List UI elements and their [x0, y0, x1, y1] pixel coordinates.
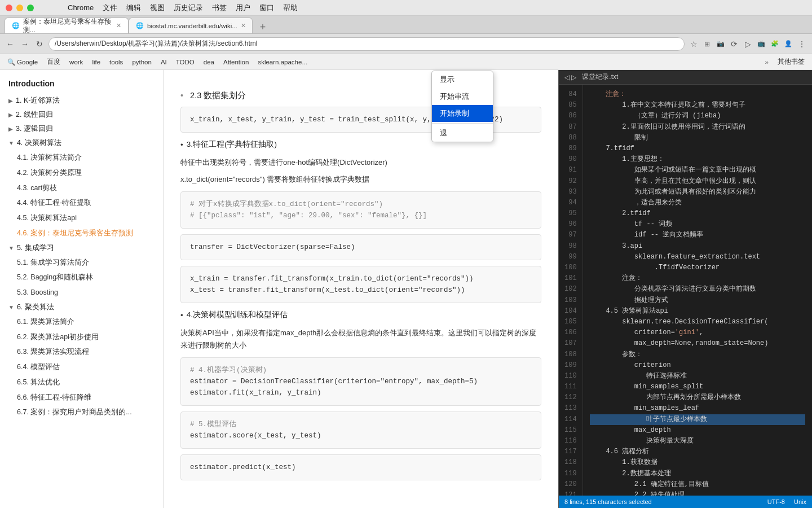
sidebar-section-4[interactable]: ▼ 4. 决策树算法	[0, 136, 163, 150]
bookmark-life[interactable]: life	[89, 58, 103, 67]
sidebar-section-5-label: 5. 集成学习	[17, 243, 54, 253]
editor-line-101: .TfidfVectorizer	[590, 262, 805, 273]
sidebar-section-5[interactable]: ▼ 5. 集成学习	[0, 241, 163, 255]
context-display[interactable]: 显示	[432, 71, 493, 88]
editor-line-104: 据处理方式	[590, 295, 805, 306]
bookmark-star-icon[interactable]: ☆	[688, 38, 699, 50]
context-menu: 显示 开始串流 开始录制 退	[431, 71, 493, 142]
editor-line-108: max_depth=None,random_state=None)	[590, 338, 805, 349]
sidebar-item-4-3[interactable]: 4.3. cart剪枝	[0, 181, 163, 196]
panel-arrows[interactable]: ◁ ▷	[564, 73, 576, 81]
maximize-button[interactable]	[27, 5, 34, 11]
editor-line-109: 参数：	[590, 349, 805, 360]
context-start-record[interactable]: 开始录制	[432, 105, 493, 122]
main-layout: Introduction ▶ 1. K-近邻算法 ▶ 2. 线性回归 ▶ 3. …	[0, 70, 812, 508]
screenshot-icon[interactable]: 📷	[715, 38, 726, 50]
minimize-button[interactable]	[16, 5, 23, 11]
sidebar-item-4-4[interactable]: 4.4. 特征工程-特征提取	[0, 195, 163, 211]
code-block-xtrain: x_train = transfer.fit_transform(x_train…	[180, 266, 541, 303]
bookmark-others[interactable]: 其他书签	[775, 56, 807, 67]
bookmark-more[interactable]: »	[762, 58, 771, 67]
para-3b: x.to_dict(orient="records") 需要将数组特征转换成字典…	[180, 173, 541, 186]
menu-help[interactable]: 帮助	[283, 3, 298, 13]
sidebar-item-4-2[interactable]: 4.2. 决策树分类原理	[0, 165, 163, 181]
sidebar-item-4-6[interactable]: 4.6. 案例：泰坦尼克号乘客生存预测	[0, 226, 163, 241]
bookmark-dea[interactable]: dea	[201, 58, 217, 67]
sidebar-item-4-1[interactable]: 4.1. 决策树算法简介	[0, 150, 163, 165]
tab-1[interactable]: 🌐 biostat.mc.vanderbilt.edu/wiki... ✕	[129, 17, 253, 33]
editor-line-106: sklearn.tree.DecisionTreeClassifier(	[590, 317, 805, 327]
sidebar-item-6-2[interactable]: 6.2. 聚类算法api初步使用	[0, 330, 163, 345]
address-text: /Users/sherwin/Desktop/机器学习(算法篇)/决策树算法/s…	[55, 39, 257, 49]
menu-history[interactable]: 历史记录	[174, 3, 203, 13]
tab-0[interactable]: 🌐 案例：泰坦尼克号乘客生存预测... ✕	[5, 17, 129, 33]
window-controls[interactable]	[6, 5, 34, 11]
editor-content[interactable]: 注意： 1.在中文文本特征提取之前，需要对句子 （文章）进行分词 (jieba)…	[583, 85, 812, 496]
editor-line-91: 1.主要思想：	[590, 154, 805, 165]
sidebar-item-6-3[interactable]: 6.3. 聚类算法实现流程	[0, 344, 163, 360]
sidebar-item-5-3[interactable]: 5.3. Boosting	[0, 285, 163, 300]
chevron-section-4: ▼	[8, 140, 14, 146]
bookmark-tools[interactable]: tools	[107, 58, 126, 67]
cast-icon[interactable]: 📺	[756, 38, 767, 50]
menu-chrome[interactable]: Chrome	[68, 3, 94, 12]
sidebar-section-2[interactable]: ▶ 2. 线性回归	[0, 108, 163, 122]
sidebar-item-6-1[interactable]: 6.1. 聚类算法简介	[0, 314, 163, 330]
bookmark-baidu[interactable]: 百度	[44, 56, 63, 67]
next-icon[interactable]: ▷	[742, 38, 753, 50]
new-tab-button[interactable]: +	[255, 21, 271, 33]
sidebar-item-6-4[interactable]: 6.4. 模型评估	[0, 360, 163, 375]
code-block-ml: # 4.机器学习(决策树) estimator = DecisionTreeCl…	[180, 357, 541, 406]
chevron-section-5: ▼	[8, 245, 14, 251]
right-panel-footer: 8 lines, 115 characters selected UTF-8 U…	[559, 496, 812, 508]
menu-icon[interactable]: ⋮	[796, 38, 807, 50]
bookmark-google[interactable]: 🔍 Google	[5, 57, 41, 67]
sidebar-item-5-1[interactable]: 5.1. 集成学习算法简介	[0, 255, 163, 270]
sidebar-item-4-5[interactable]: 4.5. 决策树算法api	[0, 211, 163, 226]
tab-1-close[interactable]: ✕	[241, 22, 246, 29]
menu-bookmarks[interactable]: 书签	[212, 3, 227, 13]
menu-view[interactable]: 视图	[150, 3, 165, 13]
bookmark-ai[interactable]: AI	[158, 58, 170, 67]
google-icon: 🔍	[7, 58, 15, 66]
sidebar-section-1[interactable]: ▶ 1. K-近邻算法	[0, 94, 163, 108]
menu-window[interactable]: 窗口	[259, 3, 274, 13]
sidebar-section-3-label: 3. 逻辑回归	[16, 124, 53, 134]
sidebar-section-3[interactable]: ▶ 3. 逻辑回归	[0, 122, 163, 136]
context-start-stream[interactable]: 开始串流	[432, 88, 493, 105]
content-area: • 2.3 数据集划分 x_train, x_test, y_train, y_…	[164, 70, 558, 508]
editor-line-94: 为此词或者短语具有很好的类别区分能力	[590, 187, 805, 198]
bookmark-sklearn[interactable]: sklearn.apache...	[255, 58, 310, 67]
menu-edit[interactable]: 编辑	[126, 3, 141, 13]
tab-1-label: biostat.mc.vanderbilt.edu/wiki...	[147, 23, 237, 29]
back-button[interactable]: ←	[5, 38, 16, 50]
footer-encoding: UTF-8	[767, 498, 785, 505]
bookmark-attention[interactable]: Attention	[220, 58, 251, 67]
editor-line-102: 注意：	[590, 273, 805, 284]
editor-line-118: 4.6 流程分析	[590, 446, 805, 457]
forward-button[interactable]: →	[19, 38, 30, 50]
menu-user[interactable]: 用户	[236, 3, 250, 13]
address-bar[interactable]: /Users/sherwin/Desktop/机器学习(算法篇)/决策树算法/s…	[48, 37, 685, 51]
translate-icon[interactable]: ⊞	[701, 38, 713, 50]
refresh-icon[interactable]: ⟳	[729, 38, 740, 50]
sidebar-section-6[interactable]: ▼ 6. 聚类算法	[0, 300, 163, 314]
para-4: 决策树API当中，如果没有指定max_depth那么会根据信息熵的条件直到最终结…	[180, 327, 541, 352]
close-button[interactable]	[6, 5, 12, 11]
sidebar-item-5-2[interactable]: 5.2. Bagging和随机森林	[0, 270, 163, 285]
footer-lines: 8 lines, 115 characters selected	[564, 498, 652, 505]
extensions-icon[interactable]: 🧩	[769, 38, 780, 50]
reload-button[interactable]: ↻	[34, 38, 45, 50]
tab-0-close[interactable]: ✕	[116, 22, 121, 29]
menu-file[interactable]: 文件	[103, 3, 117, 13]
sidebar-item-6-6[interactable]: 6.6. 特征工程-特征降维	[0, 390, 163, 405]
bookmark-todo[interactable]: TODO	[173, 58, 197, 67]
context-exit[interactable]: 退	[432, 125, 493, 142]
editor-line-116: max_depth	[590, 425, 805, 436]
bookmark-work[interactable]: work	[67, 58, 86, 67]
bookmark-python[interactable]: python	[129, 58, 155, 67]
profile-icon[interactable]: 👤	[783, 38, 794, 50]
sidebar-item-6-7[interactable]: 6.7. 案例：探究用户对商品类别的...	[0, 405, 163, 420]
sidebar-item-6-5[interactable]: 6.5. 算法优化	[0, 375, 163, 390]
sidebar-section-4-label: 4. 决策树算法	[17, 138, 61, 148]
